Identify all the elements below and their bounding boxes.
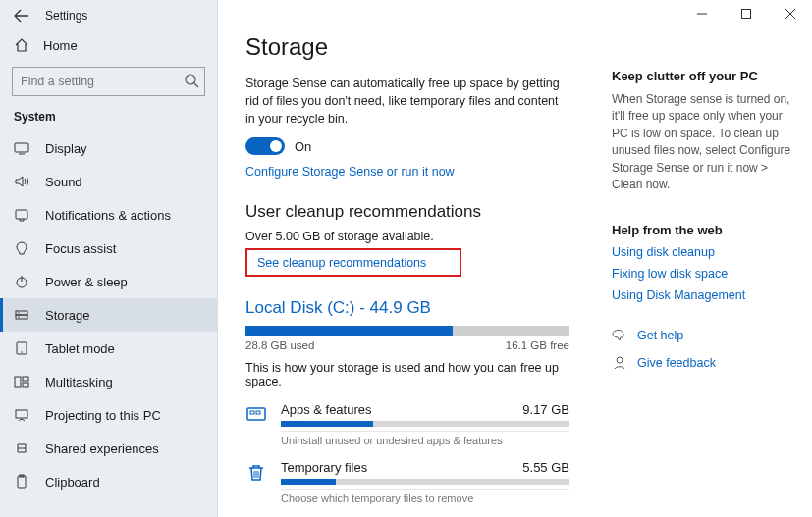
shared-icon	[14, 440, 31, 456]
cat-name: Temporary files	[281, 460, 367, 475]
nav-label: Storage	[45, 308, 90, 323]
help-link-disk-mgmt[interactable]: Using Disk Management	[612, 288, 798, 302]
cat-hint: Uninstall unused or undesired apps & fea…	[281, 431, 569, 446]
see-cleanup-recommendations-link[interactable]: See cleanup recommendations	[257, 256, 426, 270]
highlight-box: See cleanup recommendations	[245, 248, 461, 277]
disk-free-label: 16.1 GB free	[506, 339, 569, 351]
svg-rect-19	[23, 383, 28, 387]
maximize-button[interactable]	[724, 0, 768, 27]
sound-icon	[14, 174, 31, 189]
svg-rect-17	[15, 377, 21, 387]
sidebar-item-sound[interactable]: Sound	[0, 165, 217, 198]
minimize-button[interactable]	[679, 0, 724, 27]
nav-label: Sound	[45, 175, 82, 189]
svg-point-14	[18, 316, 19, 317]
get-help-row[interactable]: Get help	[612, 328, 798, 343]
clipboard-icon	[14, 474, 31, 490]
main-content: Storage Storage Sense can automatically …	[218, 0, 606, 517]
display-icon	[14, 140, 31, 156]
help-heading: Help from the web	[612, 223, 798, 237]
search-field[interactable]	[12, 67, 205, 96]
cat-hint: Choose which temporary files to remove	[281, 489, 569, 504]
sidebar-item-home[interactable]: Home	[0, 27, 217, 61]
cat-name: Apps & features	[281, 402, 372, 417]
nav-label: Focus assist	[45, 241, 116, 256]
nav-label: Multitasking	[45, 375, 113, 389]
configure-storage-sense-link[interactable]: Configure Storage Sense or run it now	[245, 165, 455, 179]
give-feedback-row[interactable]: Give feedback	[612, 355, 798, 371]
nav-label: Shared experiences	[45, 441, 159, 456]
tablet-icon	[14, 340, 31, 356]
page-title: Storage	[245, 33, 578, 61]
help-link-low-disk[interactable]: Fixing low disk space	[612, 267, 798, 281]
svg-rect-11	[16, 311, 27, 315]
svg-rect-21	[18, 476, 26, 488]
usage-description: This is how your storage is used and how…	[245, 361, 578, 388]
projecting-icon	[14, 407, 31, 423]
sidebar-item-focus[interactable]: Focus assist	[0, 232, 217, 265]
storage-sense-toggle[interactable]	[245, 137, 285, 155]
svg-rect-24	[250, 411, 254, 414]
search-icon	[184, 73, 199, 88]
svg-rect-12	[16, 315, 27, 319]
category-apps-features[interactable]: Apps & features9.17 GB Uninstall unused …	[245, 402, 569, 446]
toggle-state-label: On	[295, 139, 311, 154]
feedback-icon	[612, 355, 627, 371]
disk-title[interactable]: Local Disk (C:) - 44.9 GB	[245, 298, 578, 318]
cat-size: 5.55 GB	[522, 460, 569, 475]
nav-label: Display	[45, 141, 87, 156]
storage-icon	[14, 307, 31, 323]
help-link-disk-cleanup[interactable]: Using disk cleanup	[612, 245, 798, 259]
sidebar-item-storage[interactable]: Storage	[0, 298, 217, 332]
get-help-label: Get help	[637, 329, 683, 342]
sidebar-item-display[interactable]: Display	[0, 131, 217, 165]
clutter-paragraph: When Storage sense is turned on, it'll f…	[612, 91, 798, 193]
cleanup-heading: User cleanup recommendations	[245, 202, 578, 222]
svg-rect-25	[256, 411, 260, 414]
svg-rect-20	[16, 410, 27, 418]
cat-size: 9.17 GB	[522, 402, 569, 417]
sidebar-item-tablet[interactable]: Tablet mode	[0, 332, 217, 365]
clutter-heading: Keep clutter off your PC	[612, 69, 798, 83]
svg-point-29	[617, 357, 623, 363]
multitasking-icon	[14, 374, 31, 389]
cleanup-available: Over 5.00 GB of storage available.	[245, 230, 578, 243]
sidebar-item-projecting[interactable]: Projecting to this PC	[0, 398, 217, 432]
right-panel: Keep clutter off your PC When Storage se…	[606, 0, 812, 517]
notifications-icon	[14, 207, 31, 223]
svg-point-13	[18, 312, 19, 313]
nav-label: Clipboard	[45, 475, 100, 490]
home-label: Home	[43, 38, 78, 53]
svg-rect-8	[16, 210, 27, 219]
help-icon	[612, 328, 627, 343]
nav-label: Projecting to this PC	[45, 408, 161, 423]
group-label-system: System	[0, 106, 217, 131]
nav-label: Tablet mode	[45, 341, 115, 356]
home-icon	[14, 37, 29, 53]
svg-line-5	[194, 83, 198, 87]
storage-sense-desc: Storage Sense can automatically free up …	[245, 75, 569, 128]
svg-point-4	[186, 75, 195, 84]
sidebar: Settings Home System Display Sound Notif…	[0, 0, 218, 517]
apps-icon	[245, 402, 269, 426]
power-icon	[14, 274, 31, 289]
svg-rect-18	[23, 377, 28, 381]
focus-icon	[14, 240, 31, 256]
sidebar-item-clipboard[interactable]: Clipboard	[0, 465, 217, 498]
close-button[interactable]	[768, 0, 812, 27]
sidebar-item-notifications[interactable]: Notifications & actions	[0, 198, 217, 232]
nav-label: Notifications & actions	[45, 208, 171, 223]
sidebar-item-shared[interactable]: Shared experiences	[0, 432, 217, 465]
title-bar	[0, 0, 812, 27]
nav-label: Power & sleep	[45, 275, 128, 289]
sidebar-item-multitasking[interactable]: Multitasking	[0, 365, 217, 398]
svg-rect-6	[15, 143, 28, 152]
svg-rect-1	[741, 10, 750, 19]
sidebar-item-power[interactable]: Power & sleep	[0, 265, 217, 298]
give-feedback-label: Give feedback	[637, 356, 716, 370]
category-temporary-files[interactable]: Temporary files5.55 GB Choose which temp…	[245, 460, 569, 504]
trash-icon	[245, 460, 269, 484]
svg-point-16	[21, 351, 22, 352]
disk-usage-bar	[245, 326, 569, 336]
search-input[interactable]	[12, 67, 205, 96]
